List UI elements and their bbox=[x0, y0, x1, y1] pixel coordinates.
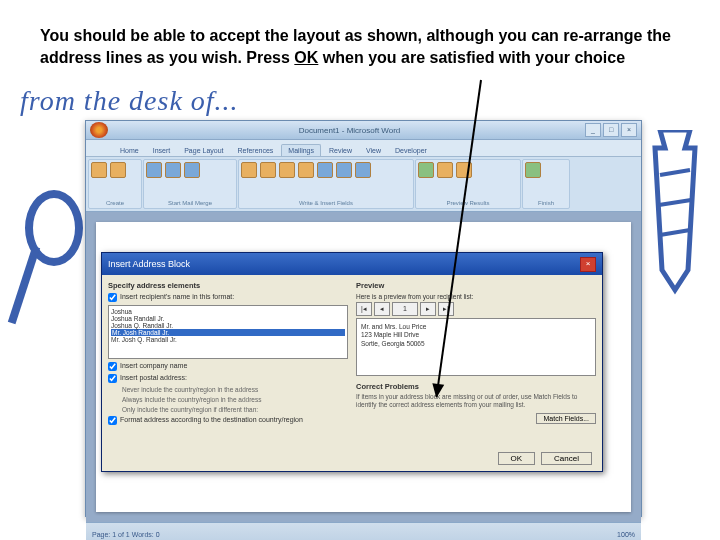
tab-view[interactable]: View bbox=[360, 145, 387, 156]
envelopes-icon[interactable] bbox=[91, 162, 107, 178]
svg-line-0 bbox=[660, 170, 690, 175]
background-desk-text: from the desk of... bbox=[20, 85, 239, 117]
format-address-checkbox[interactable] bbox=[108, 416, 117, 425]
ok-button[interactable]: OK bbox=[498, 452, 536, 465]
ribbon-group-write-insert: Write & Insert Fields bbox=[238, 159, 414, 209]
insert-merge-field-icon[interactable] bbox=[298, 162, 314, 178]
specify-elements-heading: Specify address elements bbox=[108, 281, 348, 290]
select-recipients-icon[interactable] bbox=[165, 162, 181, 178]
tab-review[interactable]: Review bbox=[323, 145, 358, 156]
name-format-listbox[interactable]: Joshua Joshua Randall Jr. Joshua Q. Rand… bbox=[108, 305, 348, 359]
close-button[interactable]: × bbox=[621, 123, 637, 137]
dialog-right-panel: Preview Here is a preview from your reci… bbox=[356, 281, 596, 428]
word-title: Document1 - Microsoft Word bbox=[114, 126, 585, 135]
insert-postal-checkbox[interactable] bbox=[108, 374, 117, 383]
address-block-icon[interactable] bbox=[260, 162, 276, 178]
correct-problems-section: Correct Problems If items in your addres… bbox=[356, 382, 596, 409]
svg-line-2 bbox=[660, 230, 690, 235]
insert-name-checkbox[interactable] bbox=[108, 293, 117, 302]
rules-icon[interactable] bbox=[317, 162, 333, 178]
edit-recipients-icon[interactable] bbox=[184, 162, 200, 178]
word-titlebar: Document1 - Microsoft Word _ □ × bbox=[86, 121, 641, 140]
svg-line-1 bbox=[659, 200, 691, 205]
preview-heading: Preview bbox=[356, 281, 596, 290]
ribbon-group-start-merge: Start Mail Merge bbox=[143, 159, 237, 209]
highlight-icon[interactable] bbox=[241, 162, 257, 178]
word-statusbar: Page: 1 of 1 Words: 0 100% bbox=[86, 522, 641, 540]
nav-first-button[interactable]: |◂ bbox=[356, 302, 372, 316]
ribbon-body: Create Start Mail Merge Write & Insert F… bbox=[86, 157, 641, 212]
tab-home[interactable]: Home bbox=[114, 145, 145, 156]
minimize-button[interactable]: _ bbox=[585, 123, 601, 137]
document-area: Insert Address Block × Specify address e… bbox=[86, 212, 641, 522]
find-recipient-icon[interactable] bbox=[437, 162, 453, 178]
office-button-icon[interactable] bbox=[90, 122, 108, 138]
dialog-left-panel: Specify address elements Insert recipien… bbox=[108, 281, 348, 428]
dialog-close-button[interactable]: × bbox=[580, 257, 596, 272]
ribbon-group-create: Create bbox=[88, 159, 142, 209]
start-merge-icon[interactable] bbox=[146, 162, 162, 178]
dialog-titlebar: Insert Address Block × bbox=[102, 253, 602, 275]
word-application-window: Document1 - Microsoft Word _ □ × Home In… bbox=[85, 120, 642, 517]
tab-insert[interactable]: Insert bbox=[147, 145, 177, 156]
dialog-title-text: Insert Address Block bbox=[108, 259, 190, 269]
insert-address-block-dialog: Insert Address Block × Specify address e… bbox=[101, 252, 603, 472]
instruction-text: You should be able to accept the layout … bbox=[40, 25, 680, 70]
radio-only-include[interactable]: Only include the country/region if diffe… bbox=[122, 406, 348, 414]
preview-results-icon[interactable] bbox=[418, 162, 434, 178]
insert-company-checkbox[interactable] bbox=[108, 362, 117, 371]
tab-references[interactable]: References bbox=[232, 145, 280, 156]
decorative-letter-icon bbox=[20, 190, 80, 310]
nav-next-button[interactable]: ▸ bbox=[420, 302, 436, 316]
tie-icon bbox=[640, 130, 710, 330]
preview-nav: |◂ ◂ 1 ▸ ▸| bbox=[356, 302, 596, 316]
tab-mailings[interactable]: Mailings bbox=[281, 144, 321, 156]
nav-prev-button[interactable]: ◂ bbox=[374, 302, 390, 316]
status-zoom[interactable]: 100% bbox=[617, 531, 635, 538]
radio-never-include[interactable]: Never include the country/region in the … bbox=[122, 386, 348, 394]
update-labels-icon[interactable] bbox=[355, 162, 371, 178]
cancel-button[interactable]: Cancel bbox=[541, 452, 592, 465]
finish-merge-icon[interactable] bbox=[525, 162, 541, 178]
tab-page-layout[interactable]: Page Layout bbox=[178, 145, 229, 156]
match-fields-button[interactable]: Match Fields... bbox=[536, 413, 596, 424]
nav-index[interactable]: 1 bbox=[392, 302, 418, 316]
preview-hint: Here is a preview from your recipient li… bbox=[356, 293, 596, 300]
status-left: Page: 1 of 1 Words: 0 bbox=[92, 531, 160, 538]
ribbon-tabs: Home Insert Page Layout References Maili… bbox=[86, 140, 641, 157]
maximize-button[interactable]: □ bbox=[603, 123, 619, 137]
address-preview-box: Mr. and Mrs. Lou Price 123 Maple Hill Dr… bbox=[356, 318, 596, 376]
radio-always-include[interactable]: Always include the country/region in the… bbox=[122, 396, 348, 404]
labels-icon[interactable] bbox=[110, 162, 126, 178]
match-fields-icon[interactable] bbox=[336, 162, 352, 178]
ribbon-group-finish: Finish bbox=[522, 159, 570, 209]
tab-developer[interactable]: Developer bbox=[389, 145, 433, 156]
greeting-line-icon[interactable] bbox=[279, 162, 295, 178]
